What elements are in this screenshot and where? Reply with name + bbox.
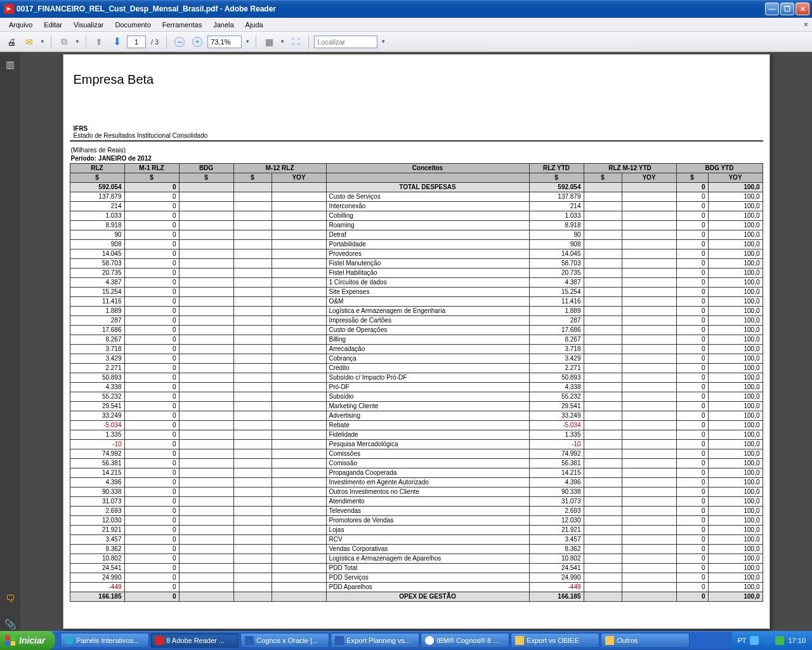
col-m1rlz: M-1 RLZ <box>124 164 179 173</box>
table-header-row-1: RLZ M-1 RLZ BDG M-12 RLZ Conceitos RLZ Y… <box>70 164 763 173</box>
task-app-icon <box>425 636 434 645</box>
table-row: 3.7180 Arrecadação 3.718 0100,0 <box>70 345 763 354</box>
table-row: 1.8890 Logística e Armazenagem de Engenh… <box>70 307 763 316</box>
table-row: 8.2670 Billing 8.267 0100,0 <box>70 335 763 345</box>
minimize-button[interactable]: — <box>765 3 779 15</box>
task-app-icon <box>335 636 344 645</box>
zoom-dropdown-icon[interactable]: ▼ <box>244 39 251 44</box>
next-page-button[interactable] <box>109 34 124 50</box>
table-row: 8.9180 Roaming 8.918 0100,0 <box>70 221 763 230</box>
task-item-label: 8 Adobe Reader ... <box>166 637 225 644</box>
col-conceitos: Conceitos <box>326 164 529 173</box>
task-item-label: Export Planning vs... <box>346 637 410 644</box>
table-row: 33.2490 Advertising 33.249 0100,0 <box>70 411 763 421</box>
menu-arquivo[interactable]: Arquivo <box>4 20 37 30</box>
system-tray[interactable]: PT 17:10 <box>732 631 812 650</box>
table-row: 24.9900 PDD Serviços 24.990 0100,0 <box>70 573 763 583</box>
table-row: 14.2150 Propaganda Cooperada 14.215 0100… <box>70 468 763 478</box>
table-row: 166.1850 OPEX DE GESTÃO 166.185 0100,0 <box>70 592 763 602</box>
table-row: 74.9920 Comissões 74.992 0100,0 <box>70 449 763 459</box>
table-row: 137.8790 Custo de Serviços 137.879 0100,… <box>70 192 763 202</box>
task-item[interactable]: IBM® Cognos® 8 ... <box>421 633 509 648</box>
pages-history-dropdown-icon[interactable]: ▼ <box>74 39 81 44</box>
page-count-label: / 3 <box>148 38 161 46</box>
col-rlz: RLZ <box>70 164 124 173</box>
task-item[interactable]: Export Planning vs... <box>331 633 419 648</box>
attachments-panel-icon[interactable]: 📎 <box>4 618 16 631</box>
table-row: 9080 Portabilidade 908 0100,0 <box>70 240 763 249</box>
table-row: 2.2710 Crédito 2.271 0100,0 <box>70 364 763 373</box>
language-indicator[interactable]: PT <box>737 637 746 644</box>
taskbar: Iniciar Painéis Interativos... 8 Adobe R… <box>0 631 812 650</box>
task-app-icon <box>515 636 524 645</box>
find-dropdown-icon[interactable]: ▼ <box>380 39 386 44</box>
menu-janela[interactable]: Janela <box>208 20 239 30</box>
table-row: 2.6930 Televendas 2.693 0100,0 <box>70 507 763 516</box>
table-row: 4.3960 Investimento em Agente Autorizado… <box>70 478 763 488</box>
table-row: 17.6860 Custo de Operações 17.686 0100,0 <box>70 326 763 335</box>
menu-ferramentas[interactable]: Ferramentas <box>157 20 207 30</box>
table-row: -5.0340 Rebate -5.034 0100,0 <box>70 421 763 430</box>
email-dropdown-icon[interactable]: ▼ <box>39 39 46 44</box>
adobe-reader-icon <box>4 4 14 14</box>
col-rlz-ytd: RLZ YTD <box>529 164 584 173</box>
comments-panel-icon[interactable]: 🗨 <box>4 592 16 604</box>
maximize-button[interactable]: ❐ <box>780 3 794 15</box>
task-item-label: IBM® Cognos® 8 ... <box>436 637 499 644</box>
task-item[interactable]: 8 Adobe Reader ... <box>150 633 239 648</box>
separator <box>51 35 51 49</box>
document-viewport[interactable]: Empresa Beta IFRS Estado de Resultados I… <box>20 52 812 631</box>
task-item[interactable]: Outros <box>601 633 690 648</box>
start-button[interactable]: Iniciar <box>0 631 55 650</box>
table-row: 2140 Interconexão 214 0100,0 <box>70 202 763 211</box>
separator <box>166 35 167 49</box>
tray-icon[interactable] <box>775 636 784 645</box>
tray-icon[interactable] <box>763 636 771 645</box>
table-row: -4490 PDD Aparelhos -449 0100,0 <box>70 583 763 592</box>
task-item[interactable]: Painéis Interativos... <box>60 633 149 648</box>
separator <box>308 35 309 49</box>
table-row: 592.0540 TOTAL DESPESAS 592.054 0100,0 <box>70 183 763 192</box>
thumbnails-panel-icon[interactable]: ▥ <box>4 58 16 71</box>
task-item[interactable]: Export vs OBIEE <box>511 633 599 648</box>
windows-logo-icon <box>5 635 15 646</box>
toolbar: ▼ ▼ / 3 ▼ ▼ ▼ <box>0 32 812 52</box>
table-row: 4.3380 Pró-DF 4.338 0100,0 <box>70 383 763 392</box>
task-app-icon <box>65 636 74 645</box>
clock[interactable]: 17:10 <box>788 637 806 644</box>
zoom-in-button[interactable] <box>190 34 205 50</box>
table-header-row-2: $ $ $ $ YOY $ $ YOY $ YOY <box>70 173 763 183</box>
menu-ajuda[interactable]: Ajuda <box>240 20 268 30</box>
task-item[interactable]: Cognos x Oracle [... <box>240 633 329 648</box>
fit-page-button[interactable] <box>288 34 303 50</box>
page-number-input[interactable] <box>127 36 146 48</box>
menu-editar[interactable]: Editar <box>39 20 67 30</box>
zoom-out-button[interactable] <box>172 34 187 50</box>
find-input[interactable] <box>314 36 377 48</box>
page-display-dropdown-icon[interactable]: ▼ <box>279 39 285 44</box>
table-row: 900 Detraf 90 0100,0 <box>70 230 763 240</box>
task-items: Painéis Interativos... 8 Adobe Reader ..… <box>60 633 732 648</box>
zoom-level-input[interactable] <box>207 36 242 48</box>
print-button[interactable] <box>4 34 19 50</box>
tray-icon[interactable] <box>750 636 759 645</box>
table-row: 12.0300 Promotores de Vendas 12.030 0100… <box>70 516 763 526</box>
separator <box>86 35 86 49</box>
task-app-icon <box>245 636 254 645</box>
email-button[interactable] <box>22 34 37 50</box>
menubar-close-icon[interactable]: × <box>803 20 808 29</box>
prev-page-button[interactable] <box>91 34 107 50</box>
page-display-button[interactable] <box>261 34 277 50</box>
task-item-label: Outros <box>617 637 638 644</box>
table-row: 14.0450 Provedores 14.045 0100,0 <box>70 249 763 259</box>
table-row: 8.3620 Vendas Corporativas 8.362 0100,0 <box>70 545 763 554</box>
table-row: 29.5410 Marketing Cliente 29.541 0100,0 <box>70 402 763 411</box>
task-app-icon <box>605 636 614 645</box>
table-row: 24.5410 PDD Total 24.541 0100,0 <box>70 564 763 573</box>
task-item-label: Export vs OBIEE <box>527 637 579 644</box>
close-button[interactable]: ✕ <box>796 3 809 15</box>
pages-history-button[interactable] <box>56 34 72 50</box>
menu-documento[interactable]: Documento <box>110 20 156 30</box>
menu-visualizar[interactable]: Visualizar <box>69 20 109 30</box>
table-row: 3.4570 RCV 3.457 0100,0 <box>70 535 763 545</box>
